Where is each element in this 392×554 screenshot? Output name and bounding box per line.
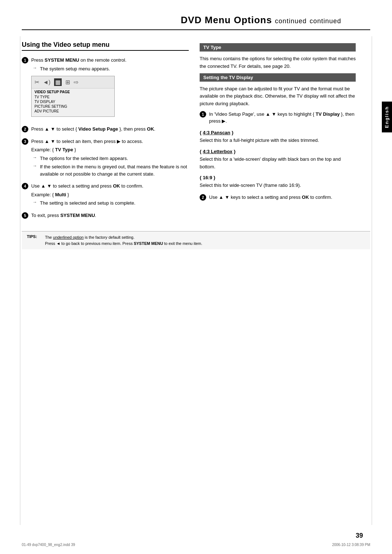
step-num-1: 1 bbox=[22, 57, 28, 63]
main-content: Using the Video setup menu 1 Press SYSTE… bbox=[0, 30, 392, 231]
margin-line-left bbox=[20, 36, 20, 525]
footer-tips: TIPS: The underlined option is the facto… bbox=[22, 231, 370, 249]
page-title: DVD Menu Options continued continued bbox=[51, 15, 341, 26]
tv-display-step-num-2: 2 bbox=[200, 194, 206, 201]
menu-icon-scissors: ✂ bbox=[34, 79, 39, 86]
tv-display-step-2-content: Use ▲ ▼ keys to select a setting and pre… bbox=[209, 194, 356, 202]
step-3-example: Example: { TV Type } bbox=[31, 146, 189, 153]
section-title-video-setup: Using the Video setup menu bbox=[22, 41, 189, 51]
menu-item-tv-display: TV DISPLAY bbox=[34, 99, 111, 104]
step-1: 1 Press SYSTEM MENU on the remote contro… bbox=[22, 57, 189, 122]
subsection-169: { 16:9 } Select this for wide-screen TV … bbox=[200, 175, 356, 189]
tv-display-step-1-content: In 'Video Setup Page', use ▲ ▼ keys to h… bbox=[209, 111, 356, 126]
step-num-5: 5 bbox=[22, 212, 28, 219]
step-5-text: To exit, press SYSTEM MENU. bbox=[31, 212, 189, 219]
step-3-arrow-2: → If the selection in the menu is greyed… bbox=[33, 163, 189, 177]
step-1-content: Press SYSTEM MENU on the remote control.… bbox=[31, 57, 189, 122]
step-num-4: 4 bbox=[22, 183, 28, 189]
step-2-content: Press ▲ ▼ to select { Video Setup Page }… bbox=[31, 126, 189, 134]
step-2: 2 Press ▲ ▼ to select { Video Setup Page… bbox=[22, 126, 189, 134]
subsection-letterbox-body: Select this for a 'wide-screen' display … bbox=[200, 156, 356, 171]
menu-item-picture-setting: PICTURE SETTING bbox=[34, 104, 111, 109]
margin-line-right bbox=[372, 36, 372, 525]
step-4-content: Use ▲ ▼ to select a setting and press OK… bbox=[31, 182, 189, 208]
menu-icon-audio: ◄) bbox=[43, 79, 50, 86]
step-num-2: 2 bbox=[22, 126, 28, 132]
tips-line-2: Press ◄ to go back to previous menu item… bbox=[45, 241, 365, 247]
tips-content: The underlined option is the factory def… bbox=[45, 234, 365, 246]
menu-icons-row: ✂ ◄) ▦ ⊞ ⇨ bbox=[32, 76, 114, 89]
step-num-3: 3 bbox=[22, 138, 28, 145]
menu-icon-grid: ⊞ bbox=[65, 79, 70, 86]
step-5-content: To exit, press SYSTEM MENU. bbox=[31, 212, 189, 221]
tv-display-step-1-text: In 'Video Setup Page', use ▲ ▼ keys to h… bbox=[209, 111, 356, 125]
page-container: English DVD Menu Options continued conti… bbox=[0, 0, 392, 554]
step-1-text: Press SYSTEM MENU on the remote control. bbox=[31, 57, 189, 64]
subsection-panscan: { 4:3 Panscan } Select this for a full-h… bbox=[200, 130, 356, 144]
tips-line-1: The underlined option is the factory def… bbox=[45, 234, 365, 241]
menu-label: VIDEO SETUP PAGE bbox=[34, 90, 111, 94]
step-3: 3 Press ▲ ▼ to select an item, then pres… bbox=[22, 138, 189, 179]
setting-tv-display-body: The picture shape can be adjusted to fit… bbox=[200, 85, 356, 108]
subsection-letterbox-heading: { 4:3 Letterbox } bbox=[200, 149, 356, 154]
subsection-panscan-body: Select this for a full-height picture wi… bbox=[200, 137, 356, 144]
step-1-arrow: → The system setup menu appears. bbox=[33, 65, 189, 73]
page-number: 39 bbox=[356, 532, 363, 539]
tv-display-step-num-1: 1 bbox=[200, 111, 206, 118]
page-header: DVD Menu Options continued continued bbox=[22, 0, 370, 30]
step-4-example: Example: { Multi } bbox=[31, 191, 189, 198]
step-4-arrow: → The setting is selected and setup is c… bbox=[33, 200, 189, 207]
footer-filename: 01-49 dvp7400_98_eng2.indd 39 bbox=[22, 543, 75, 547]
menu-item-adv-picture: ADV PICTURE bbox=[34, 109, 111, 114]
step-3-arrow-1: → The options for the selected item appe… bbox=[33, 155, 189, 162]
tv-display-step-1: 1 In 'Video Setup Page', use ▲ ▼ keys to… bbox=[200, 111, 356, 126]
step-3-content: Press ▲ ▼ to select an item, then press … bbox=[31, 138, 189, 179]
setting-tv-display-heading: Setting the TV Display bbox=[200, 73, 356, 82]
subsection-panscan-heading: { 4:3 Panscan } bbox=[200, 130, 356, 135]
tv-display-step-2: 2 Use ▲ ▼ keys to select a setting and p… bbox=[200, 194, 356, 202]
step-5: 5 To exit, press SYSTEM MENU. bbox=[22, 212, 189, 221]
menu-icon-video-selected: ▦ bbox=[54, 78, 62, 86]
tv-type-body: This menu contains the options for selec… bbox=[200, 55, 356, 70]
menu-items: VIDEO SETUP PAGE TV TYPE TV DISPLAY PICT… bbox=[32, 89, 114, 116]
tips-label: TIPS: bbox=[27, 234, 41, 239]
step-2-text: Press ▲ ▼ to select { Video Setup Page }… bbox=[31, 126, 189, 133]
footer-date: 2006-10-12 3:08:39 PM bbox=[332, 543, 370, 547]
step-4: 4 Use ▲ ▼ to select a setting and press … bbox=[22, 182, 189, 208]
step-4-text: Use ▲ ▼ to select a setting and press OK… bbox=[31, 182, 189, 190]
menu-mockup: ✂ ◄) ▦ ⊞ ⇨ VIDEO SETUP PAGE TV TYPE TV D… bbox=[31, 76, 115, 117]
menu-item-tv-type: TV TYPE bbox=[34, 95, 111, 99]
subsection-169-body: Select this for wide-screen TV (frame ra… bbox=[200, 182, 356, 189]
tv-display-step-2-text: Use ▲ ▼ keys to select a setting and pre… bbox=[209, 194, 356, 201]
step-3-text: Press ▲ ▼ to select an item, then press … bbox=[31, 138, 189, 145]
menu-icon-arrow: ⇨ bbox=[74, 79, 78, 86]
tv-type-heading: TV Type bbox=[200, 43, 356, 52]
subsection-169-heading: { 16:9 } bbox=[200, 175, 356, 180]
left-column: Using the Video setup menu 1 Press SYSTE… bbox=[22, 41, 189, 224]
english-tab: English bbox=[382, 102, 392, 132]
subsection-letterbox: { 4:3 Letterbox } Select this for a 'wid… bbox=[200, 149, 356, 171]
right-column: TV Type This menu contains the options f… bbox=[200, 41, 367, 224]
